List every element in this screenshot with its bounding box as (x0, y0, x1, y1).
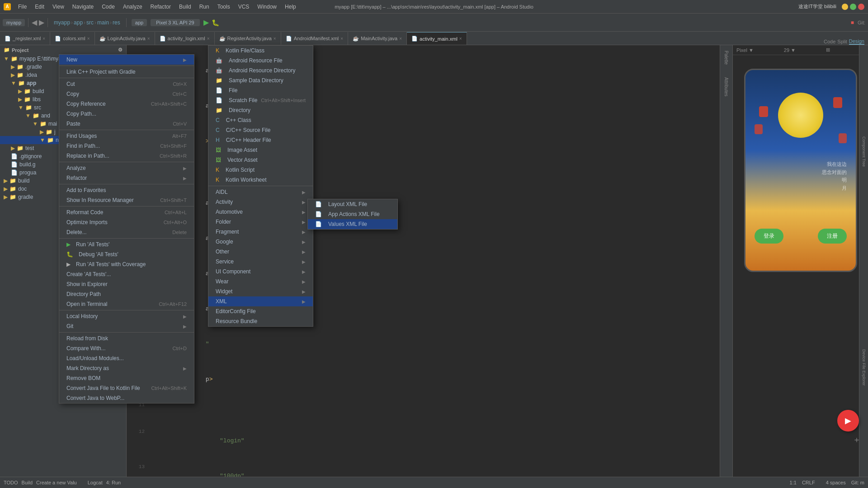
code-line: 10 p> (127, 357, 732, 393)
device-selector[interactable]: Pixel 3 XL API 29 (151, 19, 200, 26)
app-icon: A (4, 3, 11, 10)
stop-button[interactable]: ■ (851, 19, 854, 26)
close-tab-activity-main[interactable]: × (459, 36, 462, 41)
menu-window[interactable]: Window (254, 3, 280, 11)
tree-item-src[interactable]: ▼ 📁 src (0, 103, 126, 112)
close-tab-register-activity[interactable]: × (274, 36, 276, 41)
lantern-3 (755, 124, 763, 134)
close-tab-register[interactable]: × (42, 36, 45, 41)
menu-code[interactable]: Code (98, 3, 118, 11)
minimize-button[interactable] (842, 4, 848, 10)
main-layout: 📁 Project ⚙ ▼ 📁 myapp E:\ttit\myapp ▶ 📁 … (0, 45, 868, 477)
app-module-selector[interactable]: app (132, 19, 147, 26)
code-line: 13 "100dp" (127, 454, 732, 477)
attributes-label[interactable]: Attributes (722, 75, 731, 98)
menu-tools[interactable]: Tools (214, 3, 234, 11)
close-tab-colors[interactable]: × (87, 36, 90, 41)
breadcrumb-myapp[interactable]: myapp (54, 19, 70, 26)
tab-login-activity[interactable]: ☕ LoginActivity.java × (95, 32, 155, 45)
editor-mode-buttons: Code Split Design (820, 38, 868, 45)
sidebar-settings-icon[interactable]: ⚙ (118, 47, 123, 53)
breadcrumb-app[interactable]: app (74, 19, 83, 26)
indent[interactable]: 4 spaces (826, 480, 846, 485)
code-line: 1 android:layout_"parent" (127, 49, 732, 84)
menu-analyze[interactable]: Analyze (119, 3, 146, 11)
forward-button[interactable]: ▶ (39, 18, 44, 27)
tree-item-buildgradle[interactable]: 📄 build.g (0, 160, 126, 169)
maximize-button[interactable] (850, 4, 856, 10)
run-btn[interactable]: 4: Run (106, 480, 121, 485)
breadcrumb-res[interactable]: res (113, 19, 120, 26)
tab-register-xml[interactable]: 📄 _register.xml × (0, 32, 50, 45)
todo-btn[interactable]: TODO (4, 480, 18, 485)
title-bar: A File Edit View Navigate Code Analyze R… (0, 0, 868, 14)
debug-button[interactable]: 🐛 (212, 19, 219, 26)
menu-file[interactable]: File (14, 3, 30, 11)
close-tab-manifest[interactable]: × (340, 36, 343, 41)
line-ending[interactable]: CRLF (802, 480, 815, 485)
menu-run[interactable]: Run (196, 3, 213, 11)
zoom-fit[interactable]: ⊞ (826, 47, 830, 53)
line-col: 1:1 (790, 480, 797, 485)
editor-right-toolbar: Palette Attributes (720, 45, 732, 477)
main-toolbar: myapp ◀ ▶ myapp › app › src › main › res… (0, 14, 868, 32)
tree-item-build-root[interactable]: ▶ 📁 build (0, 177, 126, 185)
menu-edit[interactable]: Edit (31, 3, 48, 11)
menu-refactor[interactable]: Refactor (147, 3, 175, 11)
back-button[interactable]: ◀ (32, 18, 37, 27)
bilibili-float-btn[interactable]: ▶ (837, 410, 859, 432)
menu-view[interactable]: View (49, 3, 68, 11)
lantern-4 (839, 133, 847, 143)
breadcrumb-src[interactable]: src (86, 19, 94, 26)
run-button[interactable]: ▶ (203, 18, 209, 27)
tab-activity-login[interactable]: 📄 activity_login.xml × (155, 32, 215, 45)
close-button[interactable] (858, 4, 864, 10)
tree-item-n[interactable]: ▼ 📁 n (0, 136, 126, 144)
menu-vcs[interactable]: VCS (235, 3, 253, 11)
tab-register-activity[interactable]: ☕ RegisterActivity.java × (215, 32, 281, 45)
menu-help[interactable]: Help (281, 3, 300, 11)
tree-item-app[interactable]: ▼ 📁 app (0, 79, 126, 87)
close-tab-activity-login[interactable]: × (207, 36, 210, 41)
tab-manifest[interactable]: 📄 AndroidManifest.xml × (281, 32, 349, 45)
split-view-btn[interactable]: Split (837, 39, 847, 44)
tab-main-activity[interactable]: ☕ MainActivity.java × (348, 32, 407, 45)
code-line: 5 android:layout_"ch_parent" (127, 181, 732, 216)
tree-item-gitignore[interactable]: 📄 .gitignore (0, 152, 126, 160)
tree-item-doc[interactable]: ▶ 📁 doc (0, 185, 126, 193)
tree-item-j[interactable]: ▶ 📁 j (0, 128, 126, 136)
tree-item-libs[interactable]: ▶ 📁 libs (0, 95, 126, 103)
breadcrumb-main[interactable]: main (97, 19, 109, 26)
code-line: 6 android:"ap_content" (127, 216, 732, 252)
add-icon[interactable]: ＋ (853, 434, 861, 445)
tree-item-test[interactable]: ▶ 📁 test (0, 144, 126, 152)
close-tab-login[interactable]: × (147, 36, 150, 41)
status-left: TODO Build Create a new Valu Logcat 4: R… (4, 480, 121, 485)
tree-item-mai[interactable]: ▼ 📁 mai (0, 120, 126, 128)
project-selector[interactable]: myapp (3, 19, 25, 26)
tree-item-gradle-root[interactable]: ▶ 📁 gradle (0, 193, 126, 201)
menu-build[interactable]: Build (175, 3, 195, 11)
tree-item-build[interactable]: ▶ 📁 build (0, 87, 126, 95)
tree-item-proguard[interactable]: 📄 progua (0, 169, 126, 177)
device-explorer-label[interactable]: Device File Explorer (862, 349, 866, 386)
tree-item-myapp[interactable]: ▼ 📁 myapp E:\ttit\myapp (0, 55, 126, 63)
pixel-selector[interactable]: Pixel ▼ (736, 47, 754, 53)
build-btn[interactable]: Build (22, 480, 33, 485)
project-sidebar: 📁 Project ⚙ ▼ 📁 myapp E:\ttit\myapp ▶ 📁 … (0, 45, 127, 477)
preview-moon (778, 93, 823, 138)
lantern-2 (833, 97, 842, 108)
tree-item-idea[interactable]: ▶ 📁 .idea (0, 71, 126, 79)
preview-toolbar: Pixel ▼ 29 ▼ ⊞ ↺ (733, 45, 868, 55)
tree-item-and[interactable]: ▼ 📁 and (0, 112, 126, 120)
logcat-btn[interactable]: Logcat (88, 480, 103, 485)
code-view-btn[interactable]: Code (824, 39, 835, 44)
tab-activity-main[interactable]: 📄 activity_main.xml × (407, 32, 467, 45)
close-tab-main-activity[interactable]: × (399, 36, 402, 41)
palette-label[interactable]: Palette (722, 49, 731, 66)
menu-navigate[interactable]: Navigate (69, 3, 97, 11)
tree-item-gradle[interactable]: ▶ 📁 .gradle (0, 63, 126, 71)
design-view-btn[interactable]: Design (849, 38, 864, 45)
tab-colors-xml[interactable]: 📄 colors.xml × (50, 32, 94, 45)
component-tree-label[interactable]: Component Tree (862, 136, 866, 167)
